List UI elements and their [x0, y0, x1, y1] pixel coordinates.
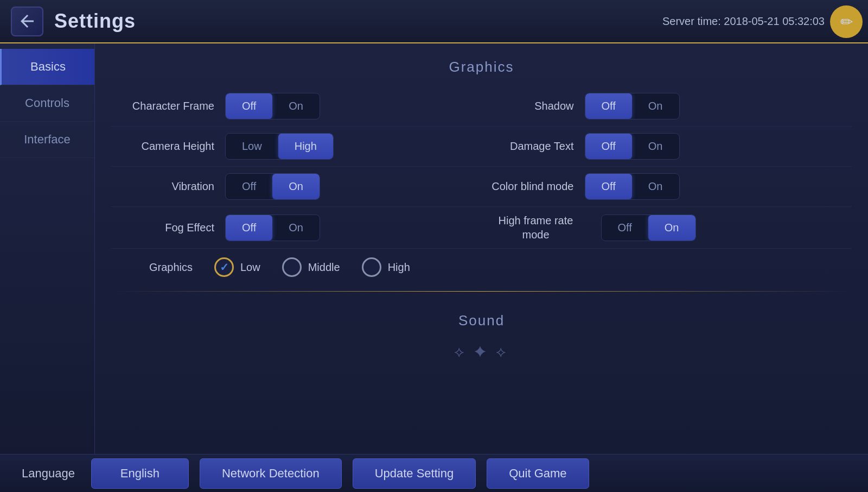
- setting-right-1: Shadow Off On: [482, 93, 841, 119]
- back-button[interactable]: [11, 7, 43, 36]
- language-label: Language: [22, 466, 75, 481]
- fog-effect-label: Fog Effect: [122, 222, 214, 234]
- back-icon: [17, 11, 37, 31]
- setting-row-3: Vibration Off On Color blind mode Off On: [111, 167, 852, 207]
- quality-low-label: Low: [240, 261, 260, 274]
- server-time: Server time: 2018-05-21 05:32:03: [662, 15, 825, 28]
- quality-high-option[interactable]: High: [362, 257, 410, 277]
- fog-effect-off-btn[interactable]: Off: [226, 215, 272, 241]
- color-blind-on-btn[interactable]: On: [632, 174, 679, 199]
- page-title: Settings: [54, 10, 136, 33]
- section-divider: [111, 291, 852, 292]
- sidebar-item-controls[interactable]: Controls: [0, 85, 94, 122]
- setting-left-2: Camera Height Low High: [122, 133, 482, 160]
- avatar-button[interactable]: ✏: [830, 5, 863, 38]
- setting-row-2: Camera Height Low High Damage Text Off O…: [111, 127, 852, 167]
- graphics-quality-label: Graphics: [122, 261, 193, 274]
- setting-row-4: Fog Effect Off On High frame ratemode Of…: [111, 207, 852, 249]
- quality-low-radio[interactable]: [214, 257, 234, 277]
- shadow-toggle: Off On: [585, 93, 680, 119]
- setting-right-2: Damage Text Off On: [482, 133, 841, 160]
- graphics-quality-group: Low Middle High: [214, 257, 410, 277]
- update-setting-button[interactable]: Update Setting: [353, 458, 476, 489]
- sound-section-title: Sound: [111, 302, 852, 340]
- character-frame-toggle: Off On: [225, 93, 320, 119]
- setting-left-1: Character Frame Off On: [122, 93, 482, 119]
- vibration-toggle: Off On: [225, 173, 320, 200]
- shadow-label: Shadow: [482, 100, 574, 112]
- graphics-settings: Character Frame Off On Shadow Off On: [111, 86, 852, 286]
- character-frame-off-btn[interactable]: Off: [226, 93, 272, 119]
- graphics-section-title: Graphics: [111, 49, 852, 86]
- fog-effect-toggle: Off On: [225, 215, 320, 241]
- setting-left-3: Vibration Off On: [122, 173, 482, 200]
- setting-left-4: Fog Effect Off On: [122, 215, 482, 241]
- graphics-quality-row: Graphics Low Middle High: [111, 249, 852, 286]
- camera-high-btn[interactable]: High: [278, 134, 333, 159]
- content-area: Graphics Character Frame Off On Shadow O…: [95, 43, 868, 454]
- character-frame-on-btn[interactable]: On: [272, 93, 320, 119]
- character-frame-label: Character Frame: [122, 100, 214, 112]
- damage-text-on-btn[interactable]: On: [632, 134, 679, 159]
- main-layout: Basics Controls Interface Graphics Chara…: [0, 43, 868, 454]
- sidebar-item-basics[interactable]: Basics: [0, 49, 94, 85]
- quality-high-radio[interactable]: [362, 257, 381, 277]
- sidebar-item-interface[interactable]: Interface: [0, 122, 94, 158]
- damage-text-label: Damage Text: [482, 140, 574, 153]
- damage-text-off-btn[interactable]: Off: [585, 134, 632, 159]
- quality-middle-radio[interactable]: [282, 257, 302, 277]
- shadow-off-btn[interactable]: Off: [585, 93, 632, 119]
- color-blind-toggle: Off On: [585, 173, 680, 200]
- camera-height-toggle: Low High: [225, 133, 334, 160]
- bottom-bar: Language English Network Detection Updat…: [0, 454, 868, 492]
- high-frame-rate-toggle: Off On: [601, 215, 696, 241]
- shadow-on-btn[interactable]: On: [632, 93, 679, 119]
- vibration-on-btn[interactable]: On: [272, 174, 320, 199]
- quality-middle-label: Middle: [308, 261, 340, 274]
- quality-middle-option[interactable]: Middle: [282, 257, 340, 277]
- header: Settings Server time: 2018-05-21 05:32:0…: [0, 0, 868, 43]
- color-blind-off-btn[interactable]: Off: [585, 174, 632, 199]
- color-blind-label: Color blind mode: [482, 180, 574, 193]
- quit-game-button[interactable]: Quit Game: [487, 458, 589, 489]
- ornament-decoration: ⟡ ✦ ⟡: [111, 340, 852, 364]
- quality-high-label: High: [388, 261, 410, 274]
- fog-effect-on-btn[interactable]: On: [272, 215, 320, 241]
- vibration-label: Vibration: [122, 180, 214, 193]
- camera-low-btn[interactable]: Low: [226, 134, 278, 159]
- setting-right-3: Color blind mode Off On: [482, 173, 841, 200]
- vibration-off-btn[interactable]: Off: [226, 174, 272, 199]
- edit-icon: ✏: [840, 13, 853, 31]
- high-frame-rate-label: High frame ratemode: [482, 213, 590, 242]
- setting-right-4: High frame ratemode Off On: [482, 213, 841, 242]
- high-frame-on-btn[interactable]: On: [648, 215, 695, 241]
- quality-low-option[interactable]: Low: [214, 257, 260, 277]
- camera-height-label: Camera Height: [122, 140, 214, 153]
- sidebar: Basics Controls Interface: [0, 43, 95, 454]
- high-frame-off-btn[interactable]: Off: [602, 215, 648, 241]
- damage-text-toggle: Off On: [585, 133, 680, 160]
- english-button[interactable]: English: [91, 458, 189, 489]
- setting-row-1: Character Frame Off On Shadow Off On: [111, 86, 852, 127]
- network-detection-button[interactable]: Network Detection: [200, 458, 342, 489]
- sound-section: Sound ⟡ ✦ ⟡: [111, 297, 852, 370]
